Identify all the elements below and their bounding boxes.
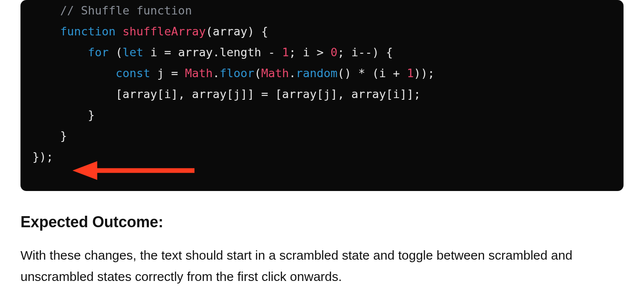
method-floor: floor <box>220 67 254 80</box>
code-comment: // Shuffle function <box>60 4 192 17</box>
code-swap-line: [array[i], array[j]] = [array[j], array[… <box>116 87 421 101</box>
keyword-const: const <box>116 67 150 80</box>
code-text: . <box>213 67 220 80</box>
method-random: random <box>296 67 338 80</box>
class-math: Math <box>185 67 213 80</box>
code-text: ; i--) { <box>337 46 393 59</box>
code-text: ; i > <box>289 46 331 59</box>
code-text: ( <box>254 67 261 80</box>
section-body: With these changes, the text should star… <box>20 245 624 287</box>
code-text: () * (i + <box>337 67 407 80</box>
code-text: ( <box>116 46 122 59</box>
keyword-function: function <box>60 25 116 38</box>
code-text: j = <box>150 67 185 80</box>
code-text: (array) { <box>206 25 268 38</box>
code-text: )); <box>414 67 435 80</box>
code-block: // Shuffle function function shuffleArra… <box>20 0 624 191</box>
document-page: // Shuffle function function shuffleArra… <box>0 0 644 301</box>
number-literal: 1 <box>407 67 414 80</box>
class-math: Math <box>261 67 289 80</box>
number-literal: 1 <box>282 46 289 59</box>
number-literal: 0 <box>331 46 337 59</box>
code-text: . <box>289 67 296 80</box>
keyword-for: for <box>88 46 109 59</box>
function-name: shuffleArray <box>122 25 206 38</box>
code-brace: } <box>88 108 95 122</box>
keyword-let: let <box>122 46 143 59</box>
code-text: i = array.length - <box>143 46 282 59</box>
code-closing: }); <box>32 150 53 163</box>
code-brace: } <box>60 129 67 142</box>
code-content: // Shuffle function function shuffleArra… <box>32 0 612 167</box>
section-heading: Expected Outcome: <box>20 213 624 231</box>
